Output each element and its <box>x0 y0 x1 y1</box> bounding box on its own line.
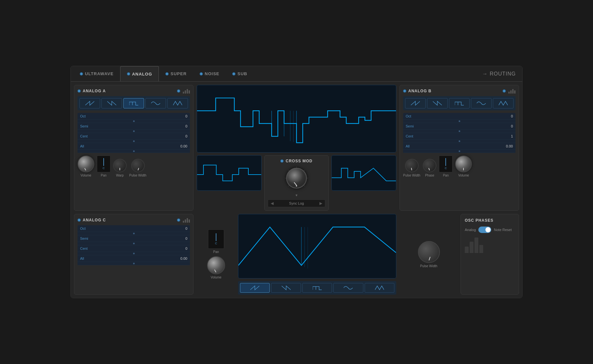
analog-b-cent-row[interactable]: Cent 1 <box>403 133 515 140</box>
analog-a-cent-row[interactable]: Cent 0 <box>78 133 190 140</box>
wave-btn-sine-b[interactable] <box>471 98 492 108</box>
analog-a-header-right <box>177 88 190 94</box>
analog-c-oct-row[interactable]: Oct 0 <box>78 225 190 232</box>
cent-dot-b <box>403 140 515 143</box>
analog-c-cent-row[interactable]: Cent 0 <box>78 245 190 252</box>
pan-c-container: C Pan <box>208 229 224 254</box>
warp-a-knob[interactable] <box>113 159 127 172</box>
wave-btn-rsaw-b[interactable] <box>427 98 448 108</box>
cross-mod-dropdown[interactable]: ▾ <box>296 193 297 197</box>
all-dot-b <box>403 150 515 153</box>
all-label-c: All <box>80 257 84 260</box>
tab-super-label: SUPER <box>171 71 187 76</box>
pan-b-line <box>445 158 446 166</box>
wave-btn-tri-a[interactable] <box>167 98 188 108</box>
tab-noise[interactable]: NOISE <box>193 66 226 81</box>
all-value-a: 0.00 <box>181 144 187 148</box>
pan-b-display[interactable]: C <box>439 156 453 172</box>
wave-btn-saw-c[interactable] <box>240 283 270 293</box>
cross-mod-dot[interactable] <box>280 159 284 163</box>
pan-a-display[interactable]: C <box>97 156 110 172</box>
all-dot-a <box>78 150 190 153</box>
cent-label-b: Cent <box>406 134 413 138</box>
all-label-b: All <box>406 144 410 148</box>
analog-a-enable-dot[interactable] <box>177 89 180 93</box>
osc-phases-toggle[interactable] <box>478 227 491 233</box>
analog-a-bars-icon[interactable] <box>183 88 190 94</box>
top-row: ANALOG A <box>74 85 519 211</box>
analog-b-semi-row[interactable]: Semi 0 <box>403 123 515 130</box>
volume-c-knob[interactable] <box>207 256 225 274</box>
analog-a-dot[interactable] <box>78 89 81 93</box>
analog-c-all-row[interactable]: All 0.00 <box>78 255 190 262</box>
wave-btn-sine-c[interactable] <box>333 283 363 293</box>
routing-arrow-icon: → <box>482 71 488 77</box>
analog-a-title: ANALOG A <box>83 89 106 93</box>
analog-b-enable-dot[interactable] <box>503 89 506 93</box>
pan-c-line <box>216 233 216 241</box>
oct-label-a: Oct <box>80 114 86 118</box>
analog-b-wave-buttons <box>403 96 515 110</box>
svg-rect-6 <box>197 156 261 190</box>
tab-sub[interactable]: SUB <box>226 66 254 81</box>
semi-dot-b <box>403 130 515 133</box>
tab-analog[interactable]: ANALOG <box>120 66 159 81</box>
center-section: CROSS MOD <box>197 85 396 211</box>
osc-phases-bars <box>465 237 515 253</box>
pan-b-container: C Pan <box>439 156 453 177</box>
wave-btn-tri-c[interactable] <box>365 283 394 293</box>
wave-btn-saw-b[interactable] <box>405 98 426 108</box>
wave-btn-saw-a[interactable] <box>79 98 100 108</box>
pan-c-display[interactable]: C <box>208 229 224 249</box>
analog-a-all-row[interactable]: All 0.00 <box>78 143 190 150</box>
wave-btn-tri-b[interactable] <box>493 98 514 108</box>
pulse-width-a-knob[interactable] <box>131 159 145 172</box>
analog-c-enable-dot[interactable] <box>177 218 180 222</box>
wave-btn-square-b[interactable] <box>449 98 470 108</box>
wave-btn-sine-a[interactable] <box>145 98 166 108</box>
semi-dot-a <box>78 130 190 133</box>
wave-btn-square-c[interactable] <box>302 283 332 293</box>
volume-b-knob[interactable] <box>455 156 472 172</box>
pulse-width-c-knob[interactable] <box>418 241 440 263</box>
ultrawave-dot <box>80 72 83 76</box>
analog-c-bars-icon[interactable] <box>183 217 190 223</box>
bottom-row: ANALOG C Oct <box>74 214 519 295</box>
analog-a-semi-row[interactable]: Semi 0 <box>78 123 190 130</box>
sync-right-arrow[interactable]: ▶ <box>319 201 322 206</box>
pulse-width-c-label: Pulse Width <box>420 264 437 268</box>
osc-phases-panel: OSC PHASES Analog Note Reset <box>461 214 519 295</box>
pulse-width-b-container: Pulse Width <box>403 159 420 177</box>
analog-a-oct-row[interactable]: Oct 0 <box>78 113 190 120</box>
semi-dot-c <box>78 242 190 245</box>
pulse-width-c-section: Pulse Width <box>400 214 458 295</box>
osc-phases-note-reset-label: Note Reset <box>494 228 512 232</box>
warp-a-label: Warp <box>116 174 124 177</box>
phase-b-knob[interactable] <box>423 159 436 172</box>
routing-button[interactable]: → ROUTING <box>478 70 520 78</box>
analog-b-dot[interactable] <box>403 89 406 93</box>
center-bottom: CROSS MOD <box>197 155 396 211</box>
wave-btn-rsaw-c[interactable] <box>271 283 301 293</box>
pulse-width-b-knob[interactable] <box>405 159 419 172</box>
sync-log-text: Sync Log <box>289 201 304 205</box>
analog-a-panel: ANALOG A <box>74 85 193 211</box>
wave-btn-square-a[interactable] <box>123 98 144 108</box>
analog-c-params: Oct 0 Semi 0 Cent 0 All <box>78 225 190 265</box>
volume-c-label: Volume <box>211 276 221 279</box>
volume-a-knob[interactable] <box>78 156 94 172</box>
all-value-c: 0.00 <box>181 257 187 260</box>
analog-c-dot[interactable] <box>78 218 81 222</box>
pulse-width-a-label: Pulse Width <box>129 174 146 177</box>
analog-b-bars-icon[interactable] <box>508 88 515 94</box>
wave-btn-rsaw-a[interactable] <box>101 98 122 108</box>
tab-super[interactable]: SUPER <box>159 66 193 81</box>
analog-b-all-row[interactable]: All 0.00 <box>403 143 515 150</box>
analog-b-oct-row[interactable]: Oct 0 <box>403 113 515 120</box>
oct-value-c: 0 <box>185 227 187 230</box>
cross-mod-knob[interactable] <box>286 168 307 188</box>
sync-left-arrow[interactable]: ◀ <box>271 201 274 206</box>
semi-label-c: Semi <box>80 237 88 240</box>
analog-c-semi-row[interactable]: Semi 0 <box>78 235 190 242</box>
tab-ultrawave[interactable]: ULTRAWAVE <box>73 66 120 81</box>
